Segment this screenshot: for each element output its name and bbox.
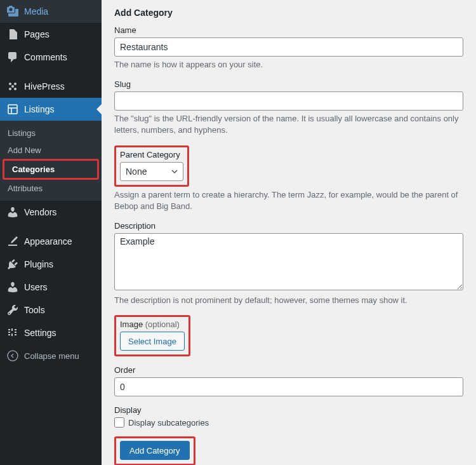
parent-highlight: Parent Category None <box>114 145 189 187</box>
svg-rect-12 <box>11 334 13 336</box>
parent-select[interactable]: None <box>120 162 183 181</box>
svg-rect-10 <box>8 334 10 335</box>
svg-rect-14 <box>15 332 17 333</box>
sidebar-label: HivePress <box>24 81 65 91</box>
svg-rect-11 <box>11 328 13 331</box>
sidebar-item-appearance[interactable]: Appearance <box>0 230 102 253</box>
field-slug: Slug The "slug" is the URL-friendly vers… <box>114 79 463 136</box>
field-order: Order <box>114 365 463 396</box>
name-help: The name is how it appears on your site. <box>114 59 463 71</box>
svg-point-0 <box>9 83 11 85</box>
parent-label: Parent Category <box>120 150 183 159</box>
sidebar-label: Vendors <box>24 207 56 217</box>
sidebar-item-settings[interactable]: Settings <box>0 321 102 344</box>
content-area: Add Category Name The name is how it app… <box>102 0 476 465</box>
field-name: Name The name is how it appears on your … <box>114 25 463 71</box>
svg-rect-9 <box>8 332 10 333</box>
submenu-item-attributes[interactable]: Attributes <box>0 180 102 197</box>
submenu-item-listings[interactable]: Listings <box>0 125 102 142</box>
submenu-item-add-new[interactable]: Add New <box>0 142 102 159</box>
svg-point-16 <box>8 351 18 361</box>
vendors-icon <box>6 206 19 219</box>
hivepress-icon <box>6 80 19 93</box>
slug-label: Slug <box>114 79 463 89</box>
sidebar-label: Tools <box>24 305 45 315</box>
description-label: Description <box>114 221 463 231</box>
svg-point-3 <box>14 88 17 90</box>
admin-sidebar: Media Pages Comments HivePress Listings … <box>0 0 102 465</box>
submenu-listings: Listings Add New Categories Attributes <box>0 121 102 201</box>
users-icon <box>6 281 19 293</box>
sidebar-label: Appearance <box>24 236 72 246</box>
field-parent: Parent Category None Assign a parent ter… <box>114 145 463 212</box>
field-description: Description The description is not promi… <box>114 221 463 306</box>
tools-icon <box>6 304 19 316</box>
slug-help: The "slug" is the URL-friendly version o… <box>114 113 463 136</box>
sidebar-label: Users <box>24 282 48 292</box>
plugins-icon <box>6 258 19 271</box>
display-checkbox-label: Display subcategories <box>128 418 209 428</box>
submit-highlight: Add Category <box>114 436 195 465</box>
image-highlight: Image (optional) Select Image <box>114 315 190 356</box>
sidebar-label: Plugins <box>24 259 53 269</box>
field-image: Image (optional) Select Image <box>114 315 463 356</box>
collapse-menu[interactable]: Collapse menu <box>0 344 102 367</box>
sidebar-label: Pages <box>24 29 50 39</box>
sidebar-item-media[interactable]: Media <box>0 0 102 23</box>
parent-help: Assign a parent term to create a hierarc… <box>114 189 463 212</box>
sidebar-label: Media <box>24 6 48 17</box>
order-label: Order <box>114 365 463 375</box>
sidebar-label: Listings <box>24 104 54 114</box>
add-category-button[interactable]: Add Category <box>120 441 190 460</box>
svg-point-2 <box>9 88 11 90</box>
select-image-button[interactable]: Select Image <box>120 332 185 351</box>
sidebar-item-tools[interactable]: Tools <box>0 299 102 321</box>
comments-icon <box>6 51 19 64</box>
image-label: Image (optional) <box>120 320 185 329</box>
sidebar-item-plugins[interactable]: Plugins <box>0 253 102 276</box>
name-label: Name <box>114 25 463 35</box>
media-icon <box>6 5 19 18</box>
description-textarea[interactable] <box>114 233 463 290</box>
name-input[interactable] <box>114 37 463 57</box>
sidebar-label: Settings <box>24 328 56 338</box>
pages-icon <box>6 28 19 41</box>
collapse-icon <box>6 349 19 362</box>
svg-rect-13 <box>15 329 17 330</box>
svg-rect-15 <box>15 334 17 335</box>
svg-point-1 <box>14 83 17 85</box>
listings-icon <box>6 103 19 116</box>
sidebar-label: Comments <box>24 52 67 62</box>
submenu-item-categories[interactable]: Categories <box>3 159 99 180</box>
collapse-label: Collapse menu <box>24 351 79 361</box>
settings-icon <box>6 327 19 339</box>
sidebar-item-vendors[interactable]: Vendors <box>0 201 102 224</box>
appearance-icon <box>6 235 19 248</box>
description-help: The description is not prominent by defa… <box>114 295 463 306</box>
svg-point-4 <box>11 85 14 88</box>
svg-rect-8 <box>8 329 10 330</box>
page-title: Add Category <box>114 8 463 18</box>
sidebar-item-comments[interactable]: Comments <box>0 46 102 69</box>
display-label: Display <box>114 405 463 415</box>
sidebar-item-hivepress[interactable]: HivePress <box>0 75 102 98</box>
sidebar-item-users[interactable]: Users <box>0 276 102 299</box>
display-checkbox-row: Display subcategories <box>114 417 463 428</box>
sidebar-item-listings[interactable]: Listings <box>0 98 102 121</box>
field-display: Display Display subcategories <box>114 405 463 428</box>
sidebar-item-pages[interactable]: Pages <box>0 23 102 46</box>
display-subcategories-checkbox[interactable] <box>114 417 124 428</box>
svg-rect-5 <box>8 105 17 114</box>
slug-input[interactable] <box>114 91 463 111</box>
order-input[interactable] <box>114 377 463 396</box>
